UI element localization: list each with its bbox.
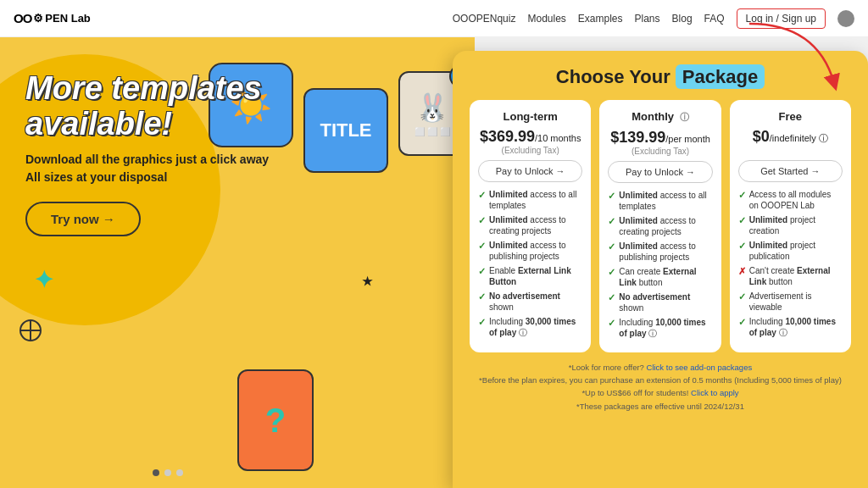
nav-plans[interactable]: Plans (635, 13, 660, 25)
monthly-column: Monthly ⓘ $139.99/per month (Excluding T… (599, 100, 721, 352)
pricing-footer: *Look for more offer? Click to see add-o… (470, 361, 851, 413)
free-price: $0/indefinitely ⓘ (738, 128, 843, 146)
logo: OO ⚙ PEN Lab (14, 11, 91, 25)
title-card-text: TITLE (320, 119, 371, 141)
logo-icon: ⚙ (33, 12, 43, 25)
monthly-period: (Excluding Tax) (608, 147, 712, 156)
nav-modules[interactable]: Modules (527, 13, 565, 25)
dot-2[interactable] (164, 469, 171, 476)
longterm-column: Long-term $369.99/10 months (Excluding T… (470, 100, 591, 352)
monthly-price: $139.99/per month (608, 129, 712, 147)
free-header: Free (738, 110, 843, 123)
hero-cta-button[interactable]: Try now → (25, 202, 141, 236)
navbar: OO ⚙ PEN Lab OOOPENquiz Modules Examples… (0, 0, 868, 37)
footer-line-4: *These packages are effective until 2024… (470, 400, 851, 413)
addon-link[interactable]: Click to see add-on packages (647, 363, 753, 372)
dot-3[interactable] (176, 469, 183, 476)
question-card: ? (237, 369, 314, 471)
hero-content: More templates available! Download all t… (25, 71, 314, 236)
nav-ooopenquiz[interactable]: OOOPENquiz (453, 13, 516, 25)
star-teal-icon: ✦ (34, 266, 53, 294)
longterm-period: (Excluding Tax) (478, 146, 582, 155)
hero-title: More templates available! (25, 71, 314, 142)
nav-links: OOOPENquiz Modules Examples Plans Blog F… (453, 8, 854, 29)
hero-section: ✦ ✳ ★ ☀️ TITLE 👍 🐰 ⬜⬜⬜ More templates av… (0, 37, 475, 488)
user-avatar[interactable] (837, 10, 854, 27)
longterm-features: ✓Unlimited access to all templates ✓Unli… (478, 189, 582, 338)
longterm-header: Long-term (478, 110, 582, 123)
star-small-icon: ★ (362, 274, 373, 288)
monthly-info-icon[interactable]: ⓘ (680, 112, 689, 122)
pricing-columns: Long-term $369.99/10 months (Excluding T… (470, 100, 851, 352)
footer-line-2: *Before the plan expires, you can purcha… (470, 374, 851, 386)
monthly-header: Monthly ⓘ (608, 110, 712, 124)
nav-examples[interactable]: Examples (578, 13, 623, 25)
longterm-cta[interactable]: Pay to Unlock → (478, 160, 582, 182)
longterm-price: $369.99/10 months (478, 128, 582, 146)
dot-1[interactable] (153, 469, 159, 476)
nav-faq[interactable]: FAQ (704, 13, 725, 25)
carousel-dots (153, 469, 183, 476)
hero-subtitle: Download all the graphics just a click a… (25, 151, 314, 186)
pricing-highlight: Package (676, 64, 765, 89)
cross-target-icon (17, 317, 44, 347)
logo-text: OO (14, 11, 31, 25)
char-icons: ⬜⬜⬜ (415, 127, 450, 136)
login-button[interactable]: Log in / Sign up (737, 8, 826, 29)
logo-suffix: PEN Lab (45, 12, 90, 25)
pricing-title: Choose Your Package (470, 66, 851, 88)
pricing-panel: Choose Your Package Long-term $369.99/10… (453, 51, 868, 488)
student-link[interactable]: Click to apply (691, 388, 739, 397)
free-column: Free $0/indefinitely ⓘ Get Started → ✓Ac… (730, 100, 851, 352)
free-features: ✓Access to all modules on OOOPEN Lab ✓Un… (738, 189, 843, 338)
monthly-cta[interactable]: Pay to Unlock → (608, 161, 712, 183)
footer-line-3: *Up to US$66 off for students! Click to … (470, 386, 851, 399)
title-card: TITLE (303, 88, 388, 173)
free-period (738, 146, 843, 155)
bunny-face: 🐰 (415, 92, 449, 124)
monthly-features: ✓Unlimited access to all templates ✓Unli… (608, 190, 712, 339)
footer-line-1: *Look for more offer? Click to see add-o… (470, 361, 851, 374)
nav-blog[interactable]: Blog (672, 13, 693, 25)
free-cta[interactable]: Get Started → (738, 160, 843, 182)
